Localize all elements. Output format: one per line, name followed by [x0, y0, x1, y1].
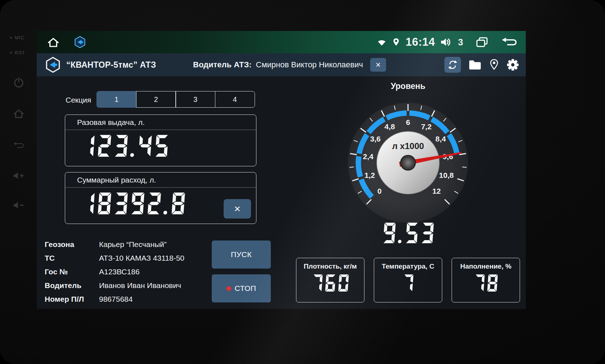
section-tab-4[interactable]: 4 [215, 91, 255, 108]
temperature-label: Температура, С [374, 262, 442, 270]
fill-percent-box: Наполнение, % [452, 258, 520, 302]
mic-hole [10, 37, 12, 39]
section-tab-3[interactable]: 3 [175, 91, 215, 108]
recent-apps-icon[interactable] [475, 36, 489, 48]
single-dispense-label: Разовая выдача, л. [65, 115, 256, 130]
section-tab-1[interactable]: 1 [97, 91, 136, 108]
single-dispense-value [65, 134, 256, 158]
clock: 16:14 [405, 36, 435, 49]
bezel-volume-up-icon[interactable] [12, 168, 26, 183]
app-icon[interactable] [73, 36, 86, 49]
svg-text:4,8: 4,8 [385, 122, 395, 131]
settings-gear-icon[interactable] [506, 58, 519, 71]
info-row: ТС АТЗ-10 КАМАЗ 43118-50 [45, 251, 184, 265]
density-label: Плотность, кг/м [296, 262, 364, 270]
svg-text:1,2: 1,2 [364, 171, 375, 179]
vehicle-info: Геозона Карьер “Песчаный” ТС АТЗ-10 КАМА… [45, 238, 184, 306]
app-logo-icon [45, 57, 61, 73]
bezel-volume-down-icon[interactable] [12, 198, 26, 212]
temperature-value [374, 274, 442, 292]
start-button[interactable]: ПУСК [212, 241, 271, 269]
back-icon[interactable] [501, 36, 519, 48]
rst-text: RST [15, 50, 25, 55]
stop-dot-icon [227, 286, 231, 291]
density-value [296, 274, 364, 292]
info-label-waybill: Номер П/Л [45, 295, 99, 304]
screen: 16:14 3 “КВАНТОР-5тмс” АТЗ Водитель А [37, 31, 526, 309]
bezel-back-icon[interactable] [12, 138, 26, 153]
app-header: “КВАНТОР-5тмс” АТЗ Водитель АТЗ: Смирнов… [37, 53, 526, 76]
driver-group: Водитель АТЗ: Смирнов Виктор Николаевич … [193, 58, 386, 72]
svg-text:10,8: 10,8 [439, 171, 454, 179]
driver-name: Смирнов Виктор Николаевич [256, 60, 363, 69]
sync-button[interactable] [444, 57, 461, 73]
wifi-icon [377, 38, 387, 46]
svg-text:3,6: 3,6 [370, 135, 381, 143]
main-content: Секция 1 2 3 4 Разовая выдача, л. Суммар… [37, 76, 526, 309]
info-row: Водитель Иванов Иван Иванович [45, 279, 184, 292]
info-row: Номер П/Л 98675684 [45, 292, 184, 306]
home-icon[interactable] [46, 36, 60, 48]
fill-percent-label: Наполнение, % [452, 262, 520, 270]
stop-button[interactable]: СТОП [212, 274, 271, 302]
driver-clear-button[interactable]: × [370, 58, 386, 72]
gauge-unit-label: л x1000 [392, 141, 424, 151]
section-switch: 1 2 3 4 [97, 91, 255, 108]
info-label-plate: Гос № [45, 268, 99, 276]
info-label-driver: Водитель [45, 281, 99, 290]
info-value-vehicle: АТЗ-10 КАМАЗ 43118-50 [99, 254, 184, 262]
info-label-vehicle: ТС [45, 254, 99, 262]
temperature-box: Температура, С [374, 258, 442, 302]
mic-text: MIC [15, 35, 24, 40]
density-box: Плотность, кг/м [296, 258, 364, 302]
single-dispense-box: Разовая выдача, л. [65, 114, 256, 166]
info-value-waybill: 98675684 [99, 295, 133, 304]
level-gauge: 01,22,43,64,867,28,49,610,812 л x1000 [347, 102, 469, 224]
svg-text:0: 0 [377, 187, 382, 195]
svg-text:7,2: 7,2 [421, 122, 431, 131]
driver-label: Водитель АТЗ: [193, 60, 252, 69]
svg-text:2,4: 2,4 [363, 152, 374, 161]
device-frame: MIC RST [0, 0, 605, 364]
geo-icon[interactable] [489, 59, 499, 71]
info-value-driver: Иванов Иван Иванович [99, 281, 181, 290]
total-consumption-label: Суммарный расход, л. [65, 172, 256, 188]
folder-icon[interactable] [468, 59, 482, 71]
info-row: Геозона Карьер “Песчаный” [45, 238, 184, 251]
info-value-plate: А123ВС186 [99, 268, 140, 276]
level-value [354, 222, 462, 244]
total-consumption-box: Суммарный расход, л. × [65, 172, 256, 224]
info-row: Гос № А123ВС186 [45, 265, 184, 279]
svg-text:12: 12 [433, 187, 441, 195]
speaker-icon [440, 37, 453, 47]
location-icon [392, 37, 400, 47]
svg-text:8,4: 8,4 [435, 135, 446, 143]
status-bar: 16:14 3 [37, 31, 526, 53]
section-label: Секция [66, 96, 91, 104]
stop-button-label: СТОП [235, 284, 256, 293]
rst-hole [10, 52, 12, 54]
mic-label: MIC [10, 35, 24, 40]
fill-percent-value [452, 274, 520, 292]
gauge-title: Уровень [354, 81, 462, 91]
volume-level: 3 [458, 37, 463, 48]
section-tab-2[interactable]: 2 [136, 91, 176, 108]
total-clear-button[interactable]: × [224, 199, 251, 219]
app-title: “КВАНТОР-5тмс” АТЗ [66, 60, 156, 70]
info-label-geozone: Геозона [45, 240, 99, 249]
svg-text:6: 6 [406, 118, 410, 126]
rst-label: RST [10, 50, 25, 55]
bezel-power-icon[interactable] [12, 75, 26, 89]
bezel-home-icon[interactable] [12, 107, 26, 121]
info-value-geozone: Карьер “Песчаный” [99, 240, 167, 249]
